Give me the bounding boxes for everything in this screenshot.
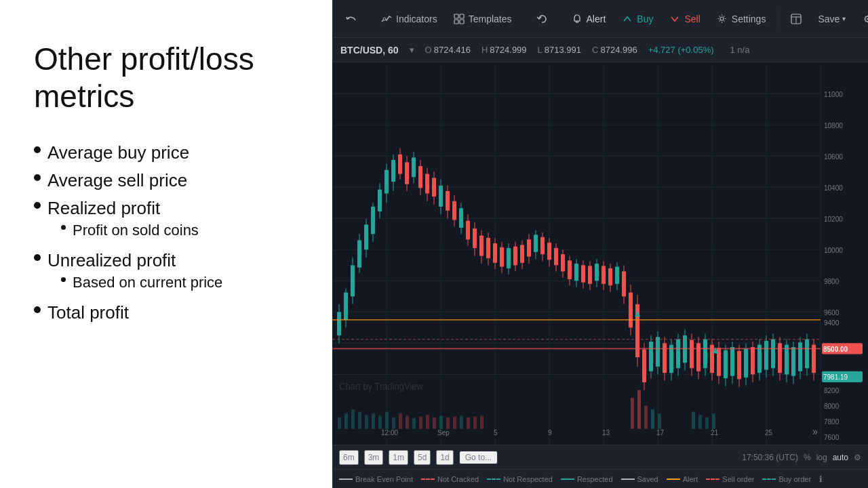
svg-rect-44 [378,190,382,211]
svg-rect-179 [358,412,361,429]
legend-label: Saved [637,475,658,483]
svg-rect-104 [581,265,585,282]
svg-rect-84 [513,247,517,266]
settings-gear-icon: ⚙ [862,14,868,24]
undo-icon [536,14,547,24]
legend-saved: Saved [621,475,658,483]
sub-item-text: Profit on sold coins [73,222,199,239]
svg-text:8200: 8200 [824,386,839,394]
period-6m[interactable]: 6m [339,450,359,465]
volume-bars [338,390,715,429]
candle-count: 1 n/a [730,45,750,55]
settings-icon-bottom[interactable]: ⚙ [854,453,861,462]
list-item: Total profit [34,302,298,323]
sell-icon [669,14,680,24]
svg-rect-66 [452,201,456,220]
buy-button[interactable]: Buy [615,9,660,28]
alert-button[interactable]: Alert [565,9,613,28]
svg-rect-112 [608,268,612,285]
period-3m[interactable]: 3m [364,450,384,465]
chart-area[interactable]: 11000 10800 10600 10400 10200 10000 9800… [332,62,868,445]
svg-text:8500.00: 8500.00 [823,344,848,353]
svg-rect-132 [676,340,680,369]
svg-rect-150 [737,351,741,379]
bottom-right: 17:50:36 (UTC) % log auto ⚙ [742,453,861,462]
legend-line-icon [487,479,500,480]
svg-rect-34 [344,293,348,320]
auto-btn[interactable]: auto [833,453,848,462]
svg-rect-124 [649,342,653,371]
close-value: C8724.996 [592,45,637,55]
settings-button[interactable]: Settings [710,9,773,28]
svg-rect-4 [460,20,464,24]
svg-rect-118 [629,293,633,328]
svg-text:10600: 10600 [824,152,843,161]
chart-timestamp: 17:50:36 (UTC) [742,453,798,462]
svg-rect-86 [520,245,524,262]
svg-rect-196 [473,417,477,429]
percent-btn[interactable]: % [804,453,811,462]
period-1d[interactable]: 1d [436,450,453,465]
svg-rect-203 [692,412,695,429]
svg-rect-154 [751,347,755,374]
buy-label: Buy [637,14,653,24]
svg-rect-186 [406,415,409,429]
svg-rect-183 [385,412,389,429]
left-panel: Other profit/lossmetrics Average buy pri… [0,0,332,488]
item-text: Realized profit [47,198,160,218]
item-text: Unrealized profit [47,250,176,270]
legend-label: Respected [577,475,613,483]
svg-rect-82 [507,248,511,268]
templates-icon [454,14,465,24]
svg-text:5: 5 [494,428,498,437]
svg-rect-202 [658,413,661,429]
svg-rect-190 [433,418,436,429]
ohlc-inputs: ▾ [410,45,414,55]
svg-rect-64 [446,191,450,211]
svg-rect-110 [601,266,606,283]
svg-rect-192 [446,418,450,429]
item-text: Total profit [47,302,129,323]
layout-button[interactable] [784,9,808,28]
sell-label: Sell [684,14,700,24]
legend-bar: Break Even Point Not Cracked Not Respect… [332,469,868,488]
svg-rect-94 [547,243,551,260]
bullet-dot [34,306,41,313]
sell-button[interactable]: Sell [663,9,707,28]
legend-line-icon [667,479,680,480]
sub-bullet-dot [61,277,66,282]
chart-settings-button[interactable]: ⚙ [855,9,868,28]
svg-rect-184 [392,418,395,429]
slide-title: Other profit/lossmetrics [34,41,298,115]
bottom-toolbar: 6m 3m 1m 5d 1d Go to... 17:50:36 (UTC) %… [332,445,868,469]
svg-rect-177 [344,413,348,429]
svg-rect-2 [460,14,464,18]
svg-rect-98 [561,254,565,271]
legend-label: Alert [683,475,698,483]
svg-rect-114 [615,267,619,284]
undo-button[interactable] [339,9,363,28]
sub-item-text: Based on current price [73,274,222,291]
svg-rect-195 [467,418,470,429]
ticker-bar: BTC/USD, 60 ▾ O8724.416 H8724.999 L8713.… [332,38,868,62]
log-btn[interactable]: log [816,453,827,462]
svg-text:7981.19: 7981.19 [823,373,848,382]
period-1m[interactable]: 1m [389,450,408,465]
toolbar-right: Alert Buy Sell [565,9,868,28]
indicators-icon [381,14,392,24]
indicators-button[interactable]: Indicators [374,9,444,28]
save-button[interactable]: Save ▾ [811,9,852,28]
svg-text:17: 17 [656,428,664,437]
svg-rect-100 [568,260,572,279]
svg-rect-126 [656,337,660,367]
templates-button[interactable]: Templates [447,9,519,28]
svg-rect-102 [574,264,578,281]
period-5d[interactable]: 5d [414,450,431,465]
undo-arrow-button[interactable] [530,9,554,28]
goto-button[interactable]: Go to... [459,451,498,464]
svg-rect-136 [690,340,694,368]
info-icon[interactable]: ℹ [819,474,823,484]
wave-icon [346,14,357,24]
legend-label: Buy order [778,475,811,483]
legend-break-even: Break Even Point [339,475,413,483]
